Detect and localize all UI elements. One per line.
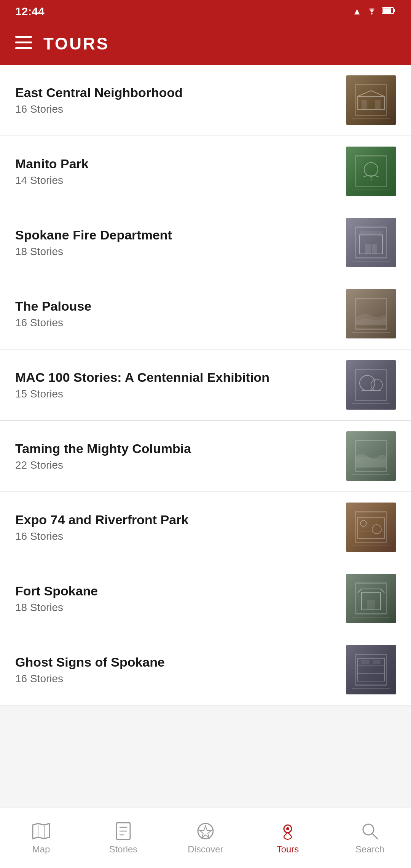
search-icon — [360, 821, 380, 841]
tour-title-2: Manito Park — [15, 156, 339, 172]
tour-thumbnail-5 — [346, 360, 396, 410]
status-time: 12:44 — [15, 5, 45, 18]
tour-thumbnail-3 — [346, 218, 396, 267]
tour-item-9[interactable]: Ghost Signs of Spokane 16 Stories — [0, 634, 411, 705]
header: TOURS — [0, 23, 411, 65]
tour-stories-2: 14 Stories — [15, 174, 339, 187]
tour-title-3: Spokane Fire Department — [15, 227, 339, 243]
nav-item-search[interactable]: Search — [329, 817, 411, 858]
svg-point-16 — [360, 375, 375, 391]
tour-item-1[interactable]: East Central Neighborhood 16 Stories — [0, 65, 411, 136]
tour-info-4: The Palouse 16 Stories — [15, 298, 339, 329]
status-bar: 12:44 ▲ — [0, 0, 411, 23]
svg-rect-13 — [365, 244, 371, 254]
battery-icon — [382, 6, 396, 17]
tour-title-7: Expo 74 and Riverfront Park — [15, 512, 339, 528]
tour-item-5[interactable]: MAC 100 Stories: A Centennial Exhibition… — [0, 349, 411, 421]
tour-title-1: East Central Neighborhood — [15, 85, 339, 101]
nav-label-stories: Stories — [109, 844, 138, 855]
tour-stories-4: 16 Stories — [15, 317, 339, 329]
svg-point-38 — [286, 827, 289, 830]
svg-point-0 — [371, 13, 373, 14]
tour-info-5: MAC 100 Stories: A Centennial Exhibition… — [15, 370, 339, 400]
tour-stories-9: 16 Stories — [15, 673, 339, 685]
tour-thumbnail-1 — [346, 75, 396, 125]
svg-rect-4 — [15, 36, 32, 38]
tour-thumbnail-9 — [346, 645, 396, 694]
svg-point-21 — [372, 525, 381, 534]
tour-item-8[interactable]: Fort Spokane 18 Stories — [0, 563, 411, 634]
nav-label-discover: Discover — [188, 844, 223, 855]
tour-list-container: East Central Neighborhood 16 Stories Man… — [0, 65, 411, 705]
tour-info-3: Spokane Fire Department 18 Stories — [15, 227, 339, 258]
nav-label-tours: Tours — [277, 844, 299, 855]
stories-icon — [113, 821, 133, 841]
tour-info-7: Expo 74 and Riverfront Park 16 Stories — [15, 512, 339, 543]
svg-marker-36 — [199, 826, 212, 838]
tour-info-8: Fort Spokane 18 Stories — [15, 583, 339, 614]
signal-icon: ▲ — [352, 6, 362, 17]
tour-item-4[interactable]: The Palouse 16 Stories — [0, 278, 411, 349]
tour-item-2[interactable]: Manito Park 14 Stories — [0, 136, 411, 207]
svg-rect-9 — [375, 100, 381, 110]
tour-title-9: Ghost Signs of Spokane — [15, 654, 339, 670]
tour-thumbnail-7 — [346, 503, 396, 552]
svg-rect-2 — [393, 9, 395, 12]
svg-rect-5 — [15, 41, 32, 43]
tour-thumbnail-2 — [346, 147, 396, 196]
nav-label-map: Map — [32, 844, 50, 855]
svg-rect-28 — [373, 660, 381, 664]
tour-thumbnail-8 — [346, 574, 396, 623]
svg-point-20 — [360, 520, 366, 527]
nav-item-stories[interactable]: Stories — [82, 817, 164, 858]
svg-rect-23 — [367, 600, 375, 610]
menu-button[interactable] — [15, 35, 32, 52]
svg-rect-12 — [360, 235, 382, 254]
tour-thumbnail-4 — [346, 289, 396, 338]
map-icon — [31, 821, 51, 841]
tour-item-7[interactable]: Expo 74 and Riverfront Park 16 Stories — [0, 492, 411, 563]
tour-item-6[interactable]: Taming the Mighty Columbia 22 Stories — [0, 421, 411, 492]
svg-point-10 — [364, 163, 378, 176]
svg-rect-15 — [360, 231, 382, 236]
nav-item-tours[interactable]: Tours — [247, 817, 329, 858]
tour-stories-3: 18 Stories — [15, 246, 339, 258]
tour-stories-8: 18 Stories — [15, 602, 339, 614]
svg-rect-8 — [362, 100, 367, 110]
nav-item-discover[interactable]: Discover — [164, 817, 247, 858]
bottom-navigation: Map Stories Discover — [0, 807, 411, 868]
svg-line-40 — [372, 833, 378, 839]
tour-info-2: Manito Park 14 Stories — [15, 156, 339, 187]
tours-list: East Central Neighborhood 16 Stories Man… — [0, 65, 411, 766]
svg-rect-27 — [362, 660, 369, 664]
tour-info-1: East Central Neighborhood 16 Stories — [15, 85, 339, 116]
tour-stories-7: 16 Stories — [15, 530, 339, 542]
discover-icon — [196, 821, 215, 841]
wifi-icon — [366, 6, 378, 17]
tour-stories-1: 16 Stories — [15, 103, 339, 115]
tour-item-3[interactable]: Spokane Fire Department 18 Stories — [0, 207, 411, 278]
svg-rect-6 — [15, 47, 32, 49]
tour-title-8: Fort Spokane — [15, 583, 339, 599]
nav-item-map[interactable]: Map — [0, 817, 82, 858]
svg-rect-14 — [372, 244, 377, 254]
tour-stories-5: 15 Stories — [15, 388, 339, 400]
tour-info-6: Taming the Mighty Columbia 22 Stories — [15, 441, 339, 472]
tour-stories-6: 22 Stories — [15, 459, 339, 471]
tour-title-6: Taming the Mighty Columbia — [15, 441, 339, 456]
page-title: TOURS — [43, 34, 109, 53]
tours-icon — [278, 821, 298, 841]
tour-title-5: MAC 100 Stories: A Centennial Exhibition — [15, 370, 339, 385]
svg-point-17 — [371, 379, 382, 391]
svg-rect-3 — [383, 8, 391, 13]
nav-label-search: Search — [355, 844, 384, 855]
tour-title-4: The Palouse — [15, 298, 339, 314]
tour-thumbnail-6 — [346, 431, 396, 481]
tour-info-9: Ghost Signs of Spokane 16 Stories — [15, 654, 339, 685]
status-icons: ▲ — [352, 6, 396, 17]
